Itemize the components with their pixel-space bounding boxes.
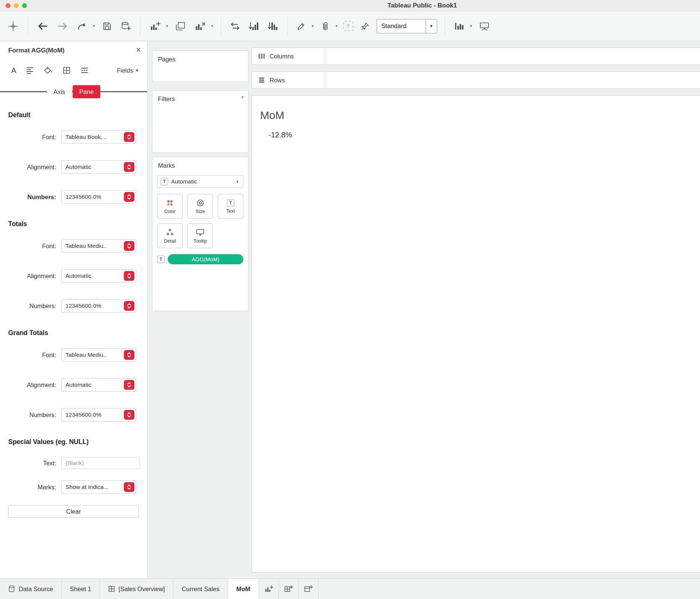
new-story-tab-button[interactable] <box>299 579 319 599</box>
close-icon[interactable]: ✕ <box>136 46 141 54</box>
chevron-down-icon[interactable]: ▾ <box>211 24 213 28</box>
tab-sales-overview[interactable]: [Sales Overview] <box>100 579 174 599</box>
toolbar-separator <box>28 17 28 36</box>
chevron-down-icon: ▾ <box>136 68 138 73</box>
chevron-down-icon[interactable]: ▾ <box>312 24 314 28</box>
tab-current-sales-label: Current Sales <box>182 586 219 593</box>
chevron-down-icon[interactable]: ▾ <box>93 24 95 28</box>
tab-pane[interactable]: Pane <box>73 85 101 98</box>
default-font-dropdown[interactable]: Tableau Book, .. <box>61 130 136 144</box>
save-button[interactable] <box>101 20 113 33</box>
grand-totals-numbers-label: Numbers: <box>8 411 56 419</box>
mark-type-selector[interactable]: T Automatic ▾ <box>157 175 243 188</box>
chevron-down-icon[interactable]: ▾ <box>166 24 168 28</box>
totals-font-value: Tableau Mediu.. <box>66 243 106 249</box>
zoom-window-button[interactable] <box>22 3 27 8</box>
fit-selector[interactable]: Standard ▼ <box>377 19 437 33</box>
close-window-button[interactable] <box>6 3 10 8</box>
new-datasource-button[interactable] <box>119 19 133 33</box>
tab-data-source[interactable]: Data Source <box>0 579 62 599</box>
grand-totals-alignment-value: Automatic <box>66 381 91 388</box>
fix-axes-button[interactable] <box>359 20 371 32</box>
stepper-icon[interactable] <box>124 192 134 202</box>
replay-button[interactable] <box>75 20 89 32</box>
filters-card[interactable]: Filters ▾ <box>152 90 249 153</box>
tableau-logo-icon[interactable] <box>6 19 20 33</box>
tooltip-button[interactable]: Tooltip <box>188 224 213 248</box>
chevron-down-icon[interactable]: ▼ <box>426 19 437 33</box>
chevron-down-icon[interactable]: ▾ <box>232 176 243 188</box>
group-members-button[interactable] <box>319 20 331 33</box>
alignment-format-icon[interactable] <box>26 67 34 74</box>
new-worksheet-button[interactable] <box>148 19 162 33</box>
sort-ascending-button[interactable] <box>247 20 261 33</box>
grand-totals-alignment-dropdown[interactable]: Automatic <box>61 378 136 392</box>
default-font-value: Tableau Book, .. <box>66 134 107 140</box>
special-text-input[interactable] <box>61 457 140 469</box>
rows-shelf-area[interactable] <box>325 72 700 88</box>
duplicate-sheet-button[interactable] <box>174 20 187 33</box>
tab-mom[interactable]: MoM <box>228 579 259 599</box>
redo-button[interactable] <box>55 20 70 33</box>
worksheet-view[interactable]: MoM -12.8% <box>252 95 700 572</box>
section-special-values: Special Values (eg. NULL) Text: Marks: S… <box>8 438 139 494</box>
default-alignment-dropdown[interactable]: Automatic <box>61 160 136 174</box>
chevron-down-icon[interactable]: ▾ <box>470 24 472 28</box>
chevron-down-icon[interactable]: ▾ <box>335 24 338 28</box>
stepper-icon[interactable] <box>124 410 134 420</box>
special-marks-value: Show at Indica... <box>66 484 109 490</box>
default-numbers-dropdown[interactable]: 12345600.0% <box>61 190 136 204</box>
stepper-icon[interactable] <box>124 271 134 281</box>
pages-card[interactable]: Pages <box>152 51 249 82</box>
highlight-button[interactable] <box>295 20 308 33</box>
totals-numbers-dropdown[interactable]: 12345600.0% <box>61 299 136 313</box>
datasource-icon <box>8 585 15 593</box>
columns-icon <box>258 53 265 60</box>
detail-button[interactable]: Detail <box>157 224 183 248</box>
new-dashboard-tab-button[interactable] <box>279 579 299 599</box>
swap-axes-button[interactable] <box>229 20 241 33</box>
color-button-label: Color <box>164 209 176 214</box>
minimize-window-button[interactable] <box>14 3 19 8</box>
agg-mom-pill[interactable]: AGG(MoM) <box>168 254 243 264</box>
totals-alignment-dropdown[interactable]: Automatic <box>61 269 136 283</box>
color-icon <box>166 199 174 207</box>
grand-totals-font-dropdown[interactable]: Tableau Mediu.. <box>61 348 136 362</box>
show-cards-button[interactable] <box>453 20 466 33</box>
size-button[interactable]: Size <box>188 194 213 219</box>
stepper-icon[interactable] <box>124 241 134 251</box>
tab-current-sales[interactable]: Current Sales <box>173 579 228 599</box>
mark-type-value: Automatic <box>168 178 232 185</box>
undo-button[interactable] <box>36 20 50 33</box>
presentation-mode-button[interactable] <box>478 20 491 33</box>
totals-font-dropdown[interactable]: Tableau Mediu.. <box>61 239 136 253</box>
sort-descending-button[interactable] <box>266 20 280 33</box>
color-button[interactable]: Color <box>157 194 183 219</box>
columns-shelf-area[interactable] <box>325 48 700 64</box>
rows-shelf-header: Rows <box>252 72 325 88</box>
shading-format-icon[interactable] <box>44 66 53 75</box>
new-worksheet-tab-button[interactable] <box>259 579 279 599</box>
lines-format-icon[interactable] <box>80 67 89 74</box>
chevron-down-icon[interactable]: ▾ <box>241 94 244 100</box>
clear-sheet-button[interactable] <box>193 20 207 33</box>
stepper-icon[interactable] <box>124 350 134 360</box>
stepper-icon[interactable] <box>124 482 134 492</box>
grand-totals-numbers-dropdown[interactable]: 12345600.0% <box>61 408 136 422</box>
new-worksheet-icon <box>264 585 273 593</box>
stepper-icon[interactable] <box>124 301 134 311</box>
special-marks-dropdown[interactable]: Show at Indica... <box>61 480 136 494</box>
show-mark-labels-button[interactable]: T <box>343 21 353 31</box>
tab-axis[interactable]: Axis <box>47 85 72 98</box>
font-format-icon[interactable]: A <box>11 66 16 75</box>
stepper-icon[interactable] <box>124 162 134 172</box>
section-totals: Totals Font: Tableau Mediu.. Alignment: … <box>8 220 139 313</box>
fields-dropdown[interactable]: Fields ▾ <box>117 67 138 74</box>
text-button[interactable]: T Text <box>218 194 243 219</box>
grand-totals-font-label: Font: <box>8 352 56 359</box>
tab-sheet1[interactable]: Sheet 1 <box>62 579 100 599</box>
stepper-icon[interactable] <box>124 132 134 142</box>
clear-button[interactable]: Clear <box>8 505 139 518</box>
borders-format-icon[interactable] <box>63 66 71 75</box>
stepper-icon[interactable] <box>124 380 134 390</box>
